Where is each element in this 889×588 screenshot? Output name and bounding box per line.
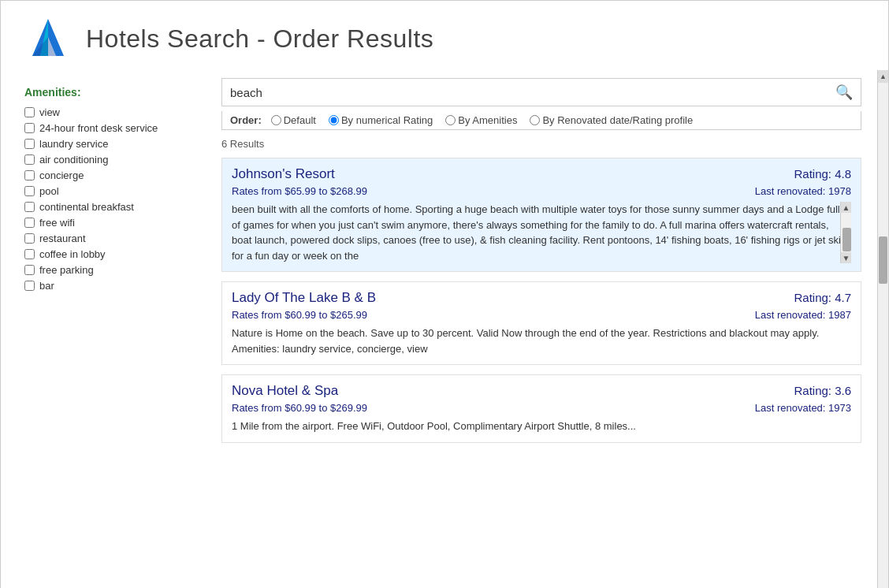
scrollbar-up-button[interactable]: ▲ bbox=[878, 70, 889, 83]
hotel-description: Nature is Home on the beach. Save up to … bbox=[232, 326, 851, 356]
order-option-default[interactable]: Default bbox=[271, 114, 316, 126]
search-bar: 🔍 bbox=[221, 78, 861, 106]
order-radio-amenities[interactable] bbox=[445, 115, 456, 125]
hotel-card-header: Lady Of The Lake B & BRating: 4.7 bbox=[232, 290, 851, 306]
amenity-item: free wifi bbox=[24, 217, 190, 229]
amenity-checkbox-concierge[interactable] bbox=[24, 170, 35, 180]
hotel-cards: Johnson's ResortRating: 4.8Rates from $6… bbox=[221, 158, 861, 443]
amenity-item: restaurant bbox=[24, 233, 190, 244]
main-area: Amenities: view24-hour front desk servic… bbox=[1, 70, 888, 588]
hotel-card: Johnson's ResortRating: 4.8Rates from $6… bbox=[221, 158, 861, 272]
hotel-card-scroll-up[interactable]: ▲ bbox=[841, 202, 851, 213]
sidebar: Amenities: view24-hour front desk servic… bbox=[1, 70, 206, 588]
hotel-card-header: Nova Hotel & SpaRating: 3.6 bbox=[232, 383, 851, 399]
amenity-checkbox-pool[interactable] bbox=[24, 186, 35, 196]
order-radio-default[interactable] bbox=[271, 115, 281, 125]
amenity-checkbox-free-wifi[interactable] bbox=[24, 218, 35, 228]
order-radio-renovated[interactable] bbox=[530, 115, 540, 125]
hotel-name[interactable]: Nova Hotel & Spa bbox=[232, 383, 338, 399]
results-list: Johnson's ResortRating: 4.8Rates from $6… bbox=[221, 158, 861, 588]
amenity-label: restaurant bbox=[39, 233, 86, 244]
hotel-rates-row: Rates from $60.99 to $265.99Last renovat… bbox=[232, 309, 851, 321]
search-input[interactable] bbox=[230, 86, 835, 99]
amenity-list: view24-hour front desk servicelaundry se… bbox=[24, 106, 190, 292]
content-area: 🔍 Order: Default By numerical Rating By … bbox=[206, 70, 877, 588]
hotel-rates-row: Rates from $60.99 to $269.99Last renovat… bbox=[232, 402, 851, 414]
hotel-description: 1 Mile from the airport. Free WiFi, Outd… bbox=[232, 419, 851, 434]
amenity-label: free parking bbox=[39, 264, 94, 276]
order-row: Order: Default By numerical Rating By Am… bbox=[221, 111, 861, 130]
search-button[interactable]: 🔍 bbox=[835, 84, 853, 101]
amenity-checkbox-air-conditioning[interactable] bbox=[24, 154, 35, 165]
amenity-label: bar bbox=[39, 280, 54, 292]
scrollbar-track bbox=[878, 83, 888, 588]
amenity-item: pool bbox=[24, 185, 190, 197]
order-option-amenities[interactable]: By Amenities bbox=[445, 114, 517, 126]
amenity-checkbox-laundry-service[interactable] bbox=[24, 139, 35, 149]
amenity-item: concierge bbox=[24, 169, 190, 181]
order-label: Order: bbox=[230, 114, 262, 126]
hotel-desc-area: Nature is Home on the beach. Save up to … bbox=[232, 326, 851, 356]
hotel-renovated: Last renovated: 1987 bbox=[755, 309, 851, 321]
amenity-label: laundry service bbox=[39, 138, 108, 150]
hotel-renovated: Last renovated: 1973 bbox=[755, 402, 851, 414]
amenity-checkbox-view[interactable] bbox=[24, 107, 35, 117]
search-bar-container: 🔍 Order: Default By numerical Rating By … bbox=[221, 78, 861, 130]
amenity-checkbox-free-parking[interactable] bbox=[24, 265, 35, 275]
amenity-checkbox-continental-breakfast[interactable] bbox=[24, 202, 35, 212]
amenity-label: continental breakfast bbox=[39, 201, 134, 213]
amenity-label: pool bbox=[39, 185, 59, 197]
amenity-item: view bbox=[24, 106, 190, 118]
hotel-desc-area: been built with all the comforts of home… bbox=[232, 202, 851, 263]
hotel-rating: Rating: 3.6 bbox=[794, 384, 851, 397]
amenity-label: view bbox=[39, 106, 60, 118]
order-radio-rating[interactable] bbox=[329, 115, 339, 125]
hotel-card-scrollbar[interactable]: ▲▼ bbox=[840, 202, 851, 263]
header: Hotels Search - Order Results bbox=[1, 1, 888, 70]
page-title: Hotels Search - Order Results bbox=[86, 24, 433, 54]
amenity-checkbox-coffee-in-lobby[interactable] bbox=[24, 249, 35, 259]
hotel-rates: Rates from $60.99 to $269.99 bbox=[232, 402, 367, 414]
scrollbar-thumb[interactable] bbox=[879, 236, 887, 284]
hotel-card: Lady Of The Lake B & BRating: 4.7Rates f… bbox=[221, 281, 861, 365]
amenities-title: Amenities: bbox=[24, 86, 190, 99]
hotel-name[interactable]: Lady Of The Lake B & B bbox=[232, 290, 376, 306]
amenity-checkbox-bar[interactable] bbox=[24, 281, 35, 291]
hotel-card-scroll-thumb[interactable] bbox=[843, 228, 851, 251]
amenity-item: coffee in lobby bbox=[24, 248, 190, 260]
hotel-card-header: Johnson's ResortRating: 4.8 bbox=[232, 166, 851, 182]
amenity-item: continental breakfast bbox=[24, 201, 190, 213]
hotel-rating: Rating: 4.8 bbox=[794, 167, 851, 180]
order-option-renovated[interactable]: By Renovated date/Rating profile bbox=[530, 114, 693, 126]
amenity-checkbox-24-hour-front-desk-service[interactable] bbox=[24, 123, 35, 133]
hotel-name[interactable]: Johnson's Resort bbox=[232, 166, 335, 182]
app-logo-icon bbox=[24, 15, 72, 62]
amenity-label: coffee in lobby bbox=[39, 248, 106, 260]
hotel-rates: Rates from $60.99 to $265.99 bbox=[232, 309, 367, 321]
hotel-description: been built with all the comforts of home… bbox=[232, 202, 851, 263]
amenity-label: air conditioning bbox=[39, 154, 108, 166]
amenity-label: free wifi bbox=[39, 217, 75, 229]
amenity-checkbox-restaurant[interactable] bbox=[24, 233, 35, 244]
page-scrollbar[interactable]: ▲ ▼ bbox=[877, 70, 888, 588]
amenity-label: 24-hour front desk service bbox=[39, 122, 158, 134]
hotel-renovated: Last renovated: 1978 bbox=[755, 185, 851, 197]
amenity-item: laundry service bbox=[24, 138, 190, 150]
amenity-item: bar bbox=[24, 280, 190, 292]
amenity-item: air conditioning bbox=[24, 154, 190, 166]
hotel-card-scroll-down[interactable]: ▼ bbox=[841, 252, 851, 263]
hotel-rating: Rating: 4.7 bbox=[794, 291, 851, 304]
order-option-rating[interactable]: By numerical Rating bbox=[329, 114, 433, 126]
hotel-rates: Rates from $65.99 to $268.99 bbox=[232, 185, 367, 197]
amenity-label: concierge bbox=[39, 169, 84, 181]
hotel-desc-area: 1 Mile from the airport. Free WiFi, Outd… bbox=[232, 419, 851, 434]
results-count: 6 Results bbox=[221, 138, 861, 150]
hotel-rates-row: Rates from $65.99 to $268.99Last renovat… bbox=[232, 185, 851, 197]
hotel-card: Nova Hotel & SpaRating: 3.6Rates from $6… bbox=[221, 374, 861, 443]
amenity-item: 24-hour front desk service bbox=[24, 122, 190, 134]
amenity-item: free parking bbox=[24, 264, 190, 276]
